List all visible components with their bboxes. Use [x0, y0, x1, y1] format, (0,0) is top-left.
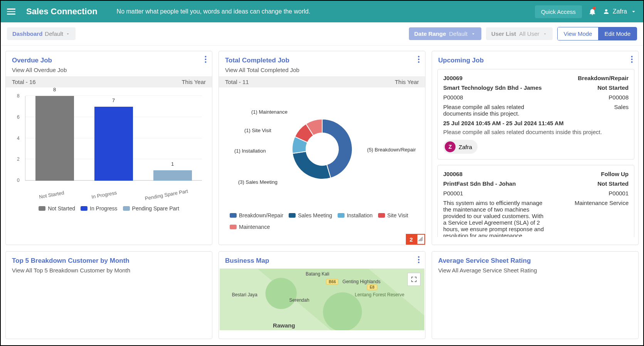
job-category: Maintenance Service — [575, 200, 629, 237]
svg-point-6 — [631, 56, 633, 57]
resize-handle-icon[interactable] — [417, 234, 425, 245]
bar-chart: 0 2 4 6 8 871 Not StartedIn ProgressPend… — [12, 92, 206, 196]
map[interactable]: Batang Kali Genting Highlands Lentang Fo… — [220, 269, 424, 330]
job-full-desc: Please compile all sales related documen… — [443, 129, 629, 135]
card-menu-icon[interactable] — [631, 56, 633, 64]
job-id: J00069 — [443, 75, 462, 81]
legend-swatch — [81, 206, 87, 211]
svg-point-5 — [418, 61, 420, 63]
user-list-value: All User — [519, 30, 540, 37]
map-place-label: Rawang — [273, 322, 295, 329]
legend-swatch — [378, 213, 385, 218]
chevron-down-icon — [471, 31, 476, 37]
legend-swatch — [289, 213, 296, 218]
svg-point-9 — [418, 256, 420, 258]
view-all-link[interactable]: View All Average Service Sheet Rating — [438, 267, 632, 274]
dashboard-toolbar: Dashboard Default Date Range Default Use… — [1, 22, 643, 45]
card-title: Top 5 Breakdown Customer by Month — [12, 257, 206, 265]
legend-label: Site Visit — [387, 212, 408, 218]
card-menu-icon[interactable] — [418, 56, 420, 64]
donut-label: (1) Site Visit — [244, 128, 271, 133]
legend-label: Breakdown/Repair — [239, 212, 283, 218]
legend-label: Sales Meeting — [298, 212, 332, 218]
date-range-selector[interactable]: Date Range Default — [409, 27, 481, 40]
fullscreen-icon[interactable] — [407, 273, 420, 286]
assignee-name: Zafra — [459, 144, 472, 150]
job-category: Sales — [614, 104, 629, 117]
legend-item: Maintenance — [230, 224, 270, 230]
job-card[interactable]: J00069Breakdown/RepairSmart Technology S… — [437, 69, 634, 160]
edit-mode-button[interactable]: Edit Mode — [598, 27, 637, 40]
view-all-link[interactable]: View All Total Completed Job — [225, 67, 419, 73]
job-card[interactable]: J00068Follow UpPrintFast Sdn Bhd - Johan… — [437, 165, 634, 237]
assignee-chip[interactable]: ZZafra — [443, 140, 478, 154]
user-list-selector[interactable]: User List All User — [486, 27, 553, 40]
y-tick: 2 — [17, 156, 20, 162]
project-id: P00008 — [443, 94, 463, 101]
map-place-label: Serendah — [289, 297, 309, 303]
donut-label: (5) Breakdown/Repair — [367, 147, 416, 153]
upcoming-job-list[interactable]: J00069Breakdown/RepairSmart Technology S… — [432, 67, 638, 237]
hamburger-icon[interactable] — [7, 6, 18, 17]
project-id: P00001 — [443, 190, 463, 197]
svg-point-3 — [418, 56, 420, 57]
view-all-link[interactable]: View All Overdue Job — [12, 67, 206, 73]
card-title: Total Completed Job — [225, 57, 419, 64]
resize-number: 2 — [406, 234, 417, 245]
period-label: This Year — [182, 79, 206, 85]
donut-chart: (5) Breakdown/Repair (3) Sales Meeting (… — [219, 95, 425, 203]
bar-value: 8 — [35, 87, 74, 92]
view-mode-button[interactable]: View Mode — [558, 27, 599, 40]
legend-swatch — [230, 225, 237, 229]
map-road-label: B66 — [326, 279, 338, 285]
job-short-desc: This system aims to efficiently manage t… — [443, 200, 545, 237]
date-range-value: Default — [449, 30, 467, 37]
card-title: Average Service Sheet Rating — [438, 257, 632, 265]
mode-toggle: View Mode Edit Mode — [557, 27, 637, 40]
resize-indicator[interactable]: 2 — [406, 234, 425, 245]
map-place-label: Bestari Jaya — [232, 292, 257, 297]
dashboard-selector[interactable]: Dashboard Default — [7, 27, 76, 40]
view-all-link[interactable]: View All Top 5 Breakdown Customer by Mon… — [12, 267, 206, 274]
y-tick: 0 — [17, 178, 20, 183]
legend-swatch — [230, 213, 237, 218]
top-bar: Sales Connection No matter what people t… — [1, 1, 643, 22]
total-completed-card: Total Completed Job View All Total Compl… — [219, 51, 425, 245]
notification-dot — [593, 7, 596, 10]
job-customer: PrintFast Sdn Bhd - Johan — [443, 180, 516, 187]
svg-point-8 — [631, 61, 633, 63]
job-status: Not Started — [597, 84, 629, 91]
legend-label: Pending Spare Part — [132, 205, 179, 212]
svg-point-1 — [205, 59, 207, 60]
svg-point-4 — [418, 59, 420, 60]
quick-access-button[interactable]: Quick Access — [535, 5, 582, 18]
chevron-down-icon — [630, 8, 637, 15]
legend-label: Not Started — [48, 205, 75, 212]
svg-point-10 — [418, 259, 420, 260]
card-title: Overdue Job — [12, 57, 206, 64]
dashboard-selector-label: Dashboard — [12, 30, 42, 37]
donut-label: (1) Maintenance — [251, 109, 288, 115]
dashboard-grid: Overdue Job View All Overdue Job Total -… — [1, 45, 643, 344]
map-road-label: E8 — [367, 284, 377, 290]
user-menu[interactable]: Zafra — [603, 8, 637, 15]
project-ref: P00008 — [609, 94, 629, 101]
notifications-icon[interactable] — [588, 7, 597, 16]
svg-point-11 — [418, 262, 420, 263]
bar-value: 1 — [153, 161, 192, 167]
card-menu-icon[interactable] — [418, 256, 420, 265]
user-name: Zafra — [613, 8, 627, 15]
job-type: Breakdown/Repair — [578, 75, 629, 81]
user-icon — [603, 8, 610, 15]
card-menu-icon[interactable] — [205, 56, 207, 64]
donut-label: (3) Sales Meeting — [238, 179, 277, 185]
header-quote: No matter what people tell you, words an… — [117, 8, 311, 15]
bar: 8 — [35, 96, 74, 181]
legend-label: Installation — [347, 212, 373, 218]
map-place-label: Batang Kali — [306, 271, 329, 277]
total-label: Total - 11 — [225, 79, 249, 85]
y-tick: 6 — [17, 114, 20, 120]
top5-breakdown-card: Top 5 Breakdown Customer by Month View A… — [5, 251, 212, 339]
project-ref: P00001 — [609, 190, 629, 197]
job-short-desc: Please compile all sales related documen… — [443, 104, 545, 117]
